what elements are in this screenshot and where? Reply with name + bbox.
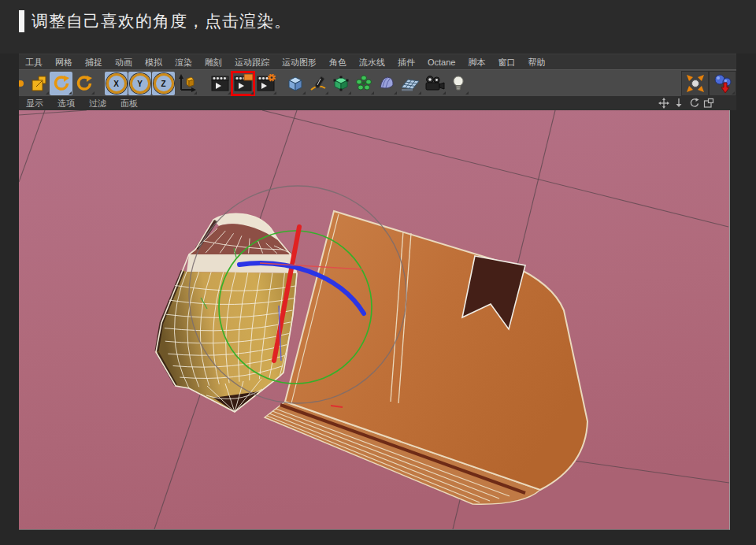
scale-icon xyxy=(29,74,48,93)
render-settings-gear-icon xyxy=(256,74,276,93)
vp-menu-options[interactable]: 选项 xyxy=(50,98,82,109)
render-picture-viewer-icon xyxy=(233,74,254,93)
center-axis-icon xyxy=(685,73,706,94)
add-mograph-button[interactable] xyxy=(352,72,375,95)
viewport-toggle-icon[interactable] xyxy=(702,98,714,109)
main-toolbar: X Y Z xyxy=(19,69,736,97)
title-bar: 调整自己喜欢的角度，点击渲染。 xyxy=(0,0,756,54)
menu-sculpt[interactable]: 雕刻 xyxy=(198,57,228,69)
render-clapperboard-icon xyxy=(210,74,231,93)
add-environment-floor-button[interactable] xyxy=(398,72,422,95)
add-deformer-shell-button[interactable] xyxy=(375,72,398,95)
menu-simulate[interactable]: 模拟 xyxy=(139,57,169,69)
title-marker xyxy=(19,10,24,32)
floor-grid-icon xyxy=(400,74,421,93)
viewport-zoom-icon[interactable] xyxy=(673,98,684,109)
menu-motion-tracker[interactable]: 运动跟踪 xyxy=(228,57,276,69)
vp-menu-panel[interactable]: 面板 xyxy=(113,98,145,109)
menu-tools[interactable]: 工具 xyxy=(19,57,49,69)
viewport-rotate-icon[interactable] xyxy=(687,98,699,109)
add-generator-cube-button[interactable] xyxy=(329,72,352,95)
lock-x-axis-button[interactable]: X xyxy=(105,72,128,95)
viewport-pan-icon[interactable] xyxy=(658,98,669,109)
axis-cube-icon xyxy=(176,73,197,94)
viewport-controls xyxy=(658,98,736,109)
rotate-icon xyxy=(52,74,71,93)
green-flower-icon xyxy=(354,74,373,93)
viewport-menu-bar: 显示 选项 过滤 面板 xyxy=(19,96,736,110)
menu-octane[interactable]: Octane xyxy=(421,57,461,67)
vp-menu-filter[interactable]: 过滤 xyxy=(82,98,113,109)
menu-mesh[interactable]: 网格 xyxy=(49,57,79,69)
z-axis-icon: Z xyxy=(154,73,174,94)
lock-y-axis-button[interactable]: Y xyxy=(128,72,151,95)
green-cube-icon xyxy=(332,74,350,93)
rotate-icon xyxy=(75,74,94,93)
menu-character[interactable]: 角色 xyxy=(323,57,353,69)
menu-script[interactable]: 脚本 xyxy=(461,57,491,69)
light-bulb-icon xyxy=(449,74,468,93)
menu-bar: 工具 网格 捕捉 动画 模拟 渲染 雕刻 运动跟踪 运动图形 角色 流水线 插件… xyxy=(19,54,736,70)
cube-icon xyxy=(286,74,305,93)
vp-menu-display[interactable]: 显示 xyxy=(19,98,50,109)
y-axis-icon: Y xyxy=(130,73,150,94)
add-primitive-cube-button[interactable] xyxy=(284,72,306,95)
edit-render-settings-button[interactable] xyxy=(254,72,277,95)
viewport-scene xyxy=(19,110,729,529)
x-axis-icon: X xyxy=(106,73,127,94)
move-tool-partial-icon[interactable] xyxy=(19,72,27,95)
dynamics-spheres-icon xyxy=(712,72,734,95)
simulation-dynamics-button[interactable] xyxy=(709,71,736,96)
render-to-picture-viewer-button[interactable] xyxy=(232,72,254,95)
menu-animate[interactable]: 动画 xyxy=(109,57,139,69)
coordinate-system-button[interactable] xyxy=(175,72,198,95)
menu-render[interactable]: 渲染 xyxy=(169,57,198,69)
lock-z-axis-button[interactable]: Z xyxy=(152,72,175,95)
render-view-button[interactable] xyxy=(209,72,232,95)
scale-tool-icon[interactable] xyxy=(27,72,50,95)
3d-viewport[interactable] xyxy=(19,110,730,530)
shell-icon xyxy=(377,74,396,93)
center-axis-button[interactable] xyxy=(681,71,709,96)
add-spline-pen-button[interactable] xyxy=(306,72,329,95)
menu-help[interactable]: 帮助 xyxy=(521,57,551,69)
pen-icon xyxy=(309,74,328,93)
add-camera-button[interactable] xyxy=(422,72,447,95)
menu-plugins[interactable]: 插件 xyxy=(391,57,421,69)
rotate-tool-icon-active[interactable] xyxy=(50,72,72,95)
camera-icon xyxy=(424,74,446,93)
menu-window[interactable]: 窗口 xyxy=(491,57,521,69)
page-title: 调整自己喜欢的角度，点击渲染。 xyxy=(32,10,291,32)
rotate-band-tool-icon[interactable] xyxy=(72,72,95,95)
menu-mograph[interactable]: 运动图形 xyxy=(276,57,323,69)
menu-pipeline[interactable]: 流水线 xyxy=(353,57,391,69)
add-light-button[interactable] xyxy=(447,72,469,95)
menu-snap[interactable]: 捕捉 xyxy=(79,57,109,69)
